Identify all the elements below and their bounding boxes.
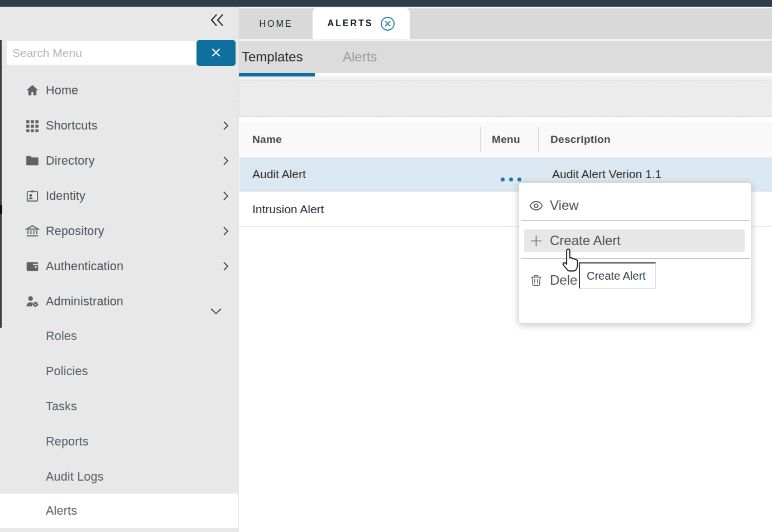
sidebar-item-administration[interactable]: Administration <box>0 284 238 319</box>
chevron-right-icon <box>220 155 231 166</box>
subtab-label: Templates <box>242 49 303 65</box>
eye-icon <box>529 198 544 213</box>
column-header-description: Description <box>550 122 611 157</box>
sidebar-subitem-label: Policies <box>46 364 88 378</box>
main-content: HOME ALERTS Templates Alerts Name Menu D… <box>238 7 772 532</box>
bank-icon <box>25 224 40 238</box>
subtab-templates[interactable]: Templates <box>242 41 303 73</box>
sidebar: Home Shortcuts Directory <box>0 7 238 532</box>
sidebar-subitem-label: Alerts <box>46 504 77 518</box>
row-name-cell: Intrusion Alert <box>252 203 324 216</box>
sidebar-subitem-label: Tasks <box>46 399 77 413</box>
search-clear-button[interactable] <box>196 40 236 66</box>
folder-icon <box>25 154 40 168</box>
tooltip-text: Create Alert <box>587 270 646 282</box>
menu-item-label: Create Alert <box>550 233 621 248</box>
sidebar-item-roles[interactable]: Roles <box>0 318 238 353</box>
sidebar-item-label: Administration <box>46 294 123 308</box>
sidebar-subitem-label: Audit Logs <box>46 469 104 483</box>
menu-item-label: View <box>550 198 579 213</box>
app-window: Home Shortcuts Directory <box>0 0 772 532</box>
dot-icon <box>509 178 513 181</box>
chevron-right-icon <box>220 226 231 237</box>
tab-alerts[interactable]: ALERTS <box>313 8 410 39</box>
sidebar-item-directory[interactable]: Directory <box>0 143 238 178</box>
grid-icon <box>25 118 40 133</box>
subtab-bar <box>239 41 772 73</box>
menu-item-label: Dele <box>550 272 577 288</box>
sidebar-item-label: Authentication <box>46 259 123 273</box>
menu-divider <box>521 221 750 221</box>
sidebar-item-label: Directory <box>46 154 95 167</box>
user-gear-icon <box>25 294 40 309</box>
chevron-down-icon <box>209 305 223 317</box>
chevron-right-icon <box>220 261 231 272</box>
sidebar-item-reports[interactable]: Reports <box>0 424 238 459</box>
table-header-row: Name Menu Description <box>239 122 772 157</box>
row-name-cell: Audit Alert <box>252 167 306 181</box>
subtab-label: Alerts <box>343 49 377 65</box>
row-menu-ellipsis[interactable] <box>501 178 521 181</box>
left-scrollbar-thumb[interactable] <box>0 205 2 214</box>
double-chevron-left-icon <box>209 12 227 31</box>
sidebar-item-shortcuts[interactable]: Shortcuts <box>0 108 238 143</box>
create-alert-tooltip: Create Alert <box>579 262 656 289</box>
dot-icon <box>517 178 521 181</box>
column-divider <box>538 127 539 152</box>
sidebar-item-policies[interactable]: Policies <box>0 353 238 389</box>
trash-icon <box>529 273 544 288</box>
empty-toolbar-dropzone <box>239 80 771 117</box>
sidebar-item-label: Identity <box>46 189 85 203</box>
left-scrollbar-track[interactable] <box>0 40 2 328</box>
search-input[interactable] <box>7 41 196 65</box>
chevron-right-icon <box>220 190 231 202</box>
menu-divider <box>521 258 750 259</box>
tab-label: ALERTS <box>328 18 373 28</box>
column-header-name: Name <box>252 122 282 157</box>
sidebar-item-audit-logs[interactable]: Audit Logs <box>0 459 238 494</box>
subtab-alerts[interactable]: Alerts <box>343 41 377 73</box>
sidebar-item-authentication[interactable]: Authentication <box>0 248 238 284</box>
chevron-right-icon <box>220 120 231 131</box>
sidebar-item-home[interactable]: Home <box>0 73 238 108</box>
wallet-icon <box>25 259 40 274</box>
sidebar-item-label: Shortcuts <box>46 118 98 132</box>
tab-close-icon[interactable] <box>380 16 395 31</box>
sidebar-item-label: Repository <box>46 224 104 238</box>
menu-item-create-alert[interactable]: Create Alert <box>524 229 745 252</box>
id-card-icon <box>25 189 40 203</box>
row-context-menu: View Create Alert D <box>519 183 751 324</box>
menu-item-view[interactable]: View <box>519 191 751 220</box>
top-title-bar <box>0 0 772 7</box>
column-divider <box>480 127 481 152</box>
sidebar-item-tasks[interactable]: Tasks <box>0 389 238 424</box>
sidebar-subitem-label: Reports <box>46 434 89 448</box>
tab-label: HOME <box>260 19 293 29</box>
sidebar-item-repository[interactable]: Repository <box>0 213 238 248</box>
sidebar-item-alerts[interactable]: Alerts <box>0 493 238 528</box>
home-icon <box>25 83 40 98</box>
close-icon <box>210 47 222 60</box>
plus-icon <box>529 233 544 248</box>
row-description-cell: Audit Alert Verion 1.1 <box>552 167 661 181</box>
column-header-menu: Menu <box>492 122 520 157</box>
sidebar-search <box>7 40 236 66</box>
sidebar-collapse-button[interactable] <box>207 11 229 31</box>
sidebar-item-label: Home <box>46 83 78 97</box>
sidebar-item-identity[interactable]: Identity <box>0 178 238 213</box>
dot-icon <box>501 178 505 181</box>
tab-home[interactable]: HOME <box>244 8 308 39</box>
sidebar-subitem-label: Roles <box>46 329 77 343</box>
